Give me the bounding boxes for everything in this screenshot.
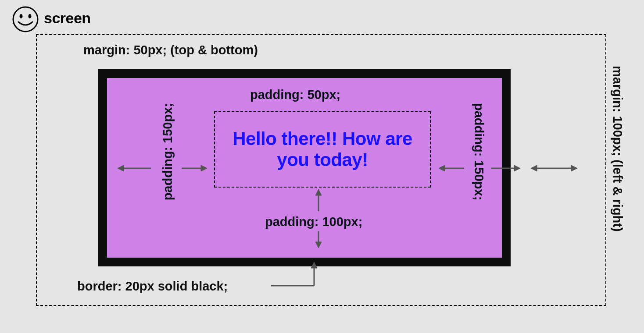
padding-right-label: padding: 150px; <box>472 103 486 200</box>
svg-point-1 <box>20 14 23 18</box>
padding-left-arrow-left <box>117 163 152 174</box>
content-text: Hello there!! How are you today! <box>215 128 430 171</box>
svg-marker-15 <box>315 189 322 195</box>
padding-left-arrow-right <box>181 163 208 174</box>
svg-marker-17 <box>315 242 322 248</box>
content-dashed-box: Hello there!! How are you today! <box>214 111 431 188</box>
screen-title: screen <box>44 10 91 27</box>
svg-point-0 <box>13 7 38 32</box>
padding-top-label: padding: 50px; <box>250 88 340 102</box>
margin-left-right-label: margin: 100px; (left & right) <box>610 66 625 232</box>
svg-marker-13 <box>571 165 577 171</box>
border-label: border: 20px solid black; <box>77 279 228 294</box>
smiley-icon <box>11 5 39 33</box>
svg-marker-6 <box>201 165 207 171</box>
padding-left-label: padding: 150px; <box>161 103 175 200</box>
svg-point-2 <box>29 14 32 18</box>
padding-right-arrow-right <box>490 163 521 174</box>
svg-marker-12 <box>531 165 537 171</box>
padding-right-arrow-left <box>438 163 465 174</box>
margin-top-bottom-label: margin: 50px; (top & bottom) <box>83 43 258 57</box>
svg-marker-10 <box>514 165 520 171</box>
margin-right-double-arrow <box>530 163 578 174</box>
border-connector-arrow <box>271 261 328 287</box>
svg-marker-20 <box>311 262 317 268</box>
svg-marker-8 <box>439 165 445 171</box>
svg-marker-4 <box>118 165 124 171</box>
padding-bottom-double-arrow <box>313 188 324 249</box>
